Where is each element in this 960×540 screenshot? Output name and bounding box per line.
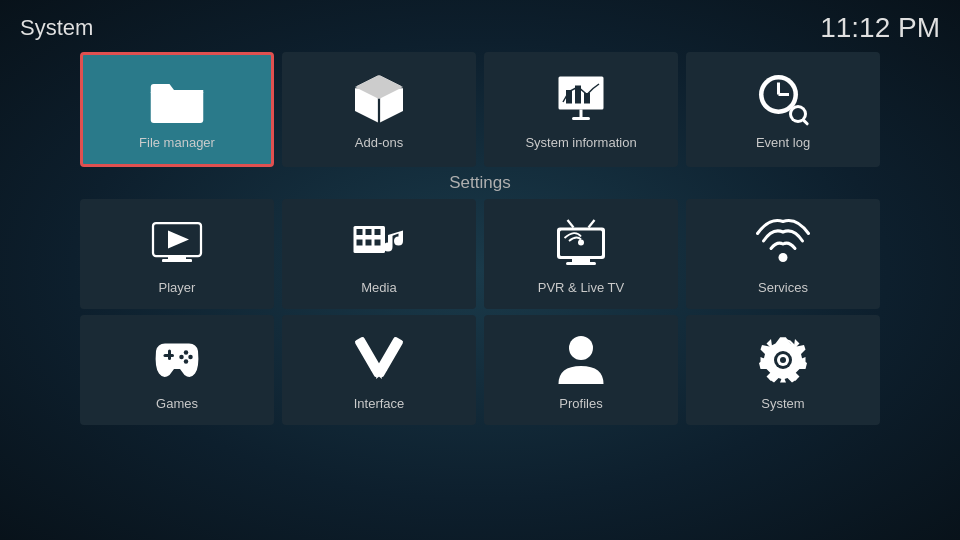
settings-row-1: Player Media <box>80 199 880 309</box>
tv-icon <box>551 214 611 274</box>
svg-rect-0 <box>151 90 204 123</box>
tile-system[interactable]: System <box>686 315 880 425</box>
pencil-icon <box>349 330 409 390</box>
svg-rect-7 <box>572 117 590 120</box>
svg-point-51 <box>569 336 593 360</box>
tile-interface-label: Interface <box>354 396 405 411</box>
tile-add-ons[interactable]: Add-ons <box>282 52 476 167</box>
tile-media[interactable]: Media <box>282 199 476 309</box>
tile-profiles[interactable]: Profiles <box>484 315 678 425</box>
tile-event-log[interactable]: Event log <box>686 52 880 167</box>
media-icon <box>349 214 409 274</box>
tile-system-information-label: System information <box>525 135 636 150</box>
gamepad-icon <box>147 330 207 390</box>
tile-file-manager[interactable]: File manager <box>80 52 274 167</box>
chart-icon <box>551 69 611 129</box>
tile-add-ons-label: Add-ons <box>355 135 403 150</box>
tile-media-label: Media <box>361 280 396 295</box>
app-title: System <box>20 15 93 41</box>
tile-event-log-label: Event log <box>756 135 810 150</box>
tile-system-information[interactable]: System information <box>484 52 678 167</box>
tile-games[interactable]: Games <box>80 315 274 425</box>
settings-grid: Player Media <box>0 199 960 425</box>
svg-point-46 <box>179 354 184 359</box>
top-row: File manager Add-ons System information <box>0 52 960 167</box>
tile-system-label: System <box>761 396 804 411</box>
clock: 11:12 PM <box>820 12 940 44</box>
tile-services[interactable]: Services <box>686 199 880 309</box>
tile-services-label: Services <box>758 280 808 295</box>
svg-point-16 <box>792 108 804 120</box>
settings-label: Settings <box>0 173 960 193</box>
svg-rect-17 <box>802 119 809 126</box>
svg-point-45 <box>184 359 189 364</box>
svg-rect-28 <box>366 229 372 235</box>
svg-rect-29 <box>375 229 381 235</box>
tile-games-label: Games <box>156 396 198 411</box>
svg-point-54 <box>780 357 786 363</box>
tile-player-label: Player <box>159 280 196 295</box>
tile-pvr-live-tv[interactable]: PVR & Live TV <box>484 199 678 309</box>
clock-icon <box>753 69 813 129</box>
svg-rect-32 <box>375 239 381 245</box>
tile-profiles-label: Profiles <box>559 396 602 411</box>
tile-player[interactable]: Player <box>80 199 274 309</box>
svg-rect-13 <box>777 83 780 95</box>
gear-icon <box>753 330 813 390</box>
svg-point-40 <box>779 253 788 262</box>
tile-file-manager-label: File manager <box>139 135 215 150</box>
svg-rect-31 <box>366 239 372 245</box>
svg-rect-24 <box>162 259 192 262</box>
tile-pvr-live-tv-label: PVR & Live TV <box>538 280 624 295</box>
person-icon <box>551 330 611 390</box>
folder-icon <box>147 69 207 129</box>
wifi-icon <box>753 214 813 274</box>
svg-line-38 <box>589 220 595 228</box>
play-icon <box>147 214 207 274</box>
svg-point-44 <box>188 354 193 359</box>
svg-line-37 <box>568 220 574 228</box>
svg-rect-36 <box>566 262 596 265</box>
box-icon <box>349 69 409 129</box>
svg-point-43 <box>184 350 189 355</box>
tile-interface[interactable]: Interface <box>282 315 476 425</box>
svg-rect-27 <box>357 229 363 235</box>
svg-rect-42 <box>164 354 175 357</box>
settings-row-2: Games Interface Profiles <box>80 315 880 425</box>
svg-rect-30 <box>357 239 363 245</box>
svg-point-39 <box>578 239 584 245</box>
svg-rect-14 <box>779 93 790 96</box>
